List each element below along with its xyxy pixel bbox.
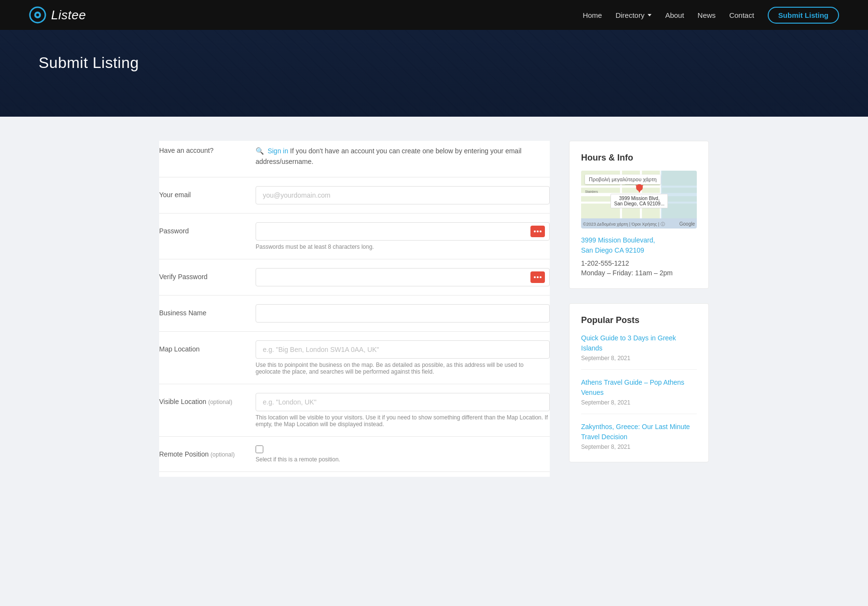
password-toggle-button[interactable] — [530, 226, 545, 237]
submit-listing-form: Have an account? 🔍 Sign in If you don't … — [159, 141, 550, 477]
map-location-input[interactable] — [256, 340, 550, 359]
map-footer: ©2023 Δεδομένα χάρτη | Όροι Χρήσης | ⓘ — [583, 221, 665, 228]
map-location-row: Map Location Use this to poinpoint the b… — [159, 332, 550, 384]
remote-position-label: Remote Position (optional) — [159, 445, 256, 458]
dot-1 — [534, 230, 536, 232]
have-account-label: Have an account? — [159, 146, 256, 154]
google-logo: Google — [679, 221, 695, 227]
verify-password-control — [256, 268, 550, 286]
business-name-row: Business Name — [159, 296, 550, 332]
visible-location-input[interactable] — [256, 393, 550, 411]
remote-position-hint: Select if this is a remote position. — [256, 456, 550, 463]
email-control — [256, 186, 550, 204]
dot-4 — [534, 276, 536, 278]
nav-contact[interactable]: Contact — [729, 11, 754, 19]
popular-post-2: Athens Travel Guide – Pop Athens Venues … — [581, 377, 697, 414]
popular-posts-title: Popular Posts — [581, 315, 697, 325]
verify-password-label: Verify Password — [159, 268, 256, 281]
submit-listing-button[interactable]: Submit Listing — [768, 7, 839, 24]
nav-home[interactable]: Home — [583, 11, 602, 19]
hours-info-title: Hours & Info — [581, 153, 697, 163]
remote-position-row: Remote Position (optional) Select if thi… — [159, 437, 550, 472]
map-view-larger-button[interactable]: Προβολή μεγαλύτερου χάρτη — [585, 175, 661, 184]
sign-in-link[interactable]: Sign in — [268, 147, 288, 155]
dot-3 — [540, 230, 542, 232]
chevron-down-icon — [648, 14, 651, 16]
hero-content: Submit Listing — [0, 30, 868, 96]
visible-location-hint: This location will be visible to your vi… — [256, 414, 550, 428]
email-row: Your email — [159, 177, 550, 214]
popular-post-link-1[interactable]: Quick Guide to 3 Days in Greek Islands — [581, 333, 697, 353]
password-control: Passwords must be at least 8 characters … — [256, 222, 550, 250]
business-name-label: Business Name — [159, 304, 256, 317]
popular-post-3: Zakynthos, Greece: Our Last Minute Trave… — [581, 422, 697, 450]
remote-position-checkbox-area — [256, 445, 550, 453]
main-nav: Home Directory About News Contact Submit… — [583, 7, 839, 24]
map-location-control: Use this to poinpoint the business on th… — [256, 340, 550, 375]
page-title: Submit Listing — [39, 54, 829, 72]
have-account-row: Have an account? 🔍 Sign in If you don't … — [159, 141, 550, 177]
nav-about[interactable]: About — [665, 11, 684, 19]
map-location-label: Map Location — [159, 340, 256, 353]
popular-post-date-3: September 8, 2021 — [581, 444, 697, 450]
dot-6 — [540, 276, 542, 278]
popular-post-date-2: September 8, 2021 — [581, 399, 697, 406]
logo-icon — [29, 6, 46, 24]
site-header: Listee Home Directory About News Contact… — [0, 0, 868, 30]
dot-2 — [537, 230, 539, 232]
address-hours: Monday – Friday: 11am – 2pm — [581, 269, 697, 277]
dot-5 — [537, 276, 539, 278]
remote-position-checkbox[interactable] — [256, 445, 263, 453]
email-input[interactable] — [256, 186, 550, 204]
address-link[interactable]: 3999 Mission Boulevard, San Diego CA 921… — [581, 235, 697, 256]
popular-post-1: Quick Guide to 3 Days in Greek Islands S… — [581, 333, 697, 370]
svg-point-2 — [36, 13, 39, 16]
search-icon: 🔍 — [256, 147, 264, 155]
password-input[interactable] — [256, 222, 550, 241]
password-label: Password — [159, 222, 256, 235]
popular-post-date-1: September 8, 2021 — [581, 355, 697, 362]
nav-news[interactable]: News — [698, 11, 716, 19]
hero-section: Submit Listing — [0, 30, 868, 117]
logo-text: Listee — [51, 8, 86, 23]
verify-password-toggle-button[interactable] — [530, 271, 545, 283]
popular-posts-card: Popular Posts Quick Guide to 3 Days in G… — [569, 303, 709, 462]
verify-password-row: Verify Password — [159, 259, 550, 296]
map-marker: 3999 Mission Blvd,San Diego, CA 92109... — [610, 185, 668, 208]
map-container[interactable]: Stairders Mission Blvd Προβολή μεγαλύτερ… — [581, 171, 697, 229]
visible-location-label: Visible Location (optional) — [159, 393, 256, 405]
email-label: Your email — [159, 186, 256, 199]
address-phone: 1-202-555-1212 — [581, 259, 697, 267]
nav-directory[interactable]: Directory — [615, 11, 651, 19]
business-name-control — [256, 304, 550, 323]
business-name-input[interactable] — [256, 304, 550, 323]
remote-position-control: Select if this is a remote position. — [256, 445, 550, 463]
visible-location-control: This location will be visible to your vi… — [256, 393, 550, 428]
sign-in-text: 🔍 Sign in If you don't have an account y… — [256, 146, 550, 167]
map-location-hint: Use this to poinpoint the business on th… — [256, 362, 550, 375]
verify-password-wrapper — [256, 268, 550, 286]
visible-location-row: Visible Location (optional) This locatio… — [159, 384, 550, 437]
svg-text:Stairders: Stairders — [585, 190, 598, 193]
password-row: Password Passwords must be at least 8 ch… — [159, 214, 550, 259]
logo[interactable]: Listee — [29, 6, 86, 24]
popular-post-link-3[interactable]: Zakynthos, Greece: Our Last Minute Trave… — [581, 422, 697, 442]
hours-info-card: Hours & Info Stairders M — [569, 141, 709, 289]
map-address-label: 3999 Mission Blvd,San Diego, CA 92109... — [610, 194, 668, 208]
password-hint: Passwords must be at least 8 characters … — [256, 243, 550, 250]
map-pin-icon — [636, 185, 643, 193]
main-wrapper: Have an account? 🔍 Sign in If you don't … — [145, 117, 723, 506]
verify-password-input[interactable] — [256, 268, 550, 286]
sign-in-description: If you don't have an account you can cre… — [256, 147, 521, 165]
popular-post-link-2[interactable]: Athens Travel Guide – Pop Athens Venues — [581, 377, 697, 398]
password-wrapper — [256, 222, 550, 241]
sidebar: Hours & Info Stairders M — [569, 141, 709, 477]
